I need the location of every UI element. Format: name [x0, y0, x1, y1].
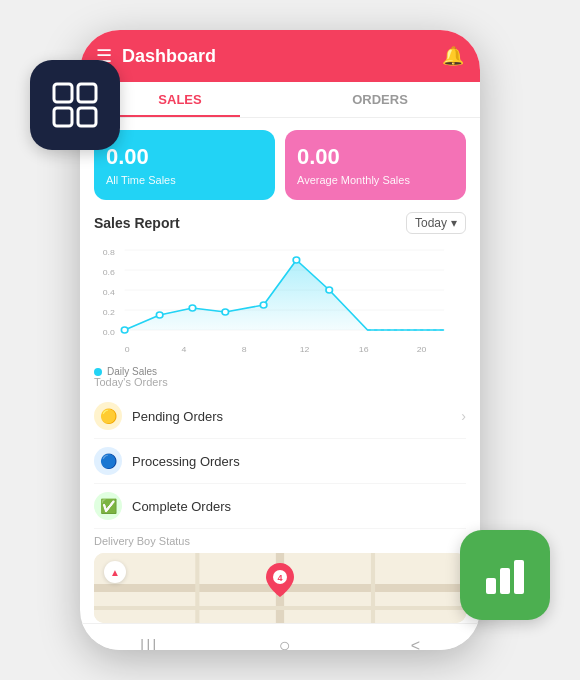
tab-orders[interactable]: ORDERS [280, 82, 480, 117]
map-container: ▲ 4 [94, 553, 466, 623]
bottom-nav: ||| ○ < [80, 623, 480, 650]
phone-frame: ☰ Dashboard 🔔 SALES ORDERS 0.00 All Time… [80, 30, 480, 650]
svg-text:4: 4 [182, 344, 187, 354]
legend-label: Daily Sales [107, 366, 157, 377]
order-item-pending[interactable]: 🟡 Pending Orders › [94, 394, 466, 439]
grid-icon [50, 80, 100, 130]
svg-rect-4 [486, 578, 496, 594]
orders-section: Today's Orders 🟡 Pending Orders › 🔵 Proc… [80, 370, 480, 529]
period-selector[interactable]: Today ▾ [406, 212, 466, 234]
pending-label: Pending Orders [132, 409, 223, 424]
svg-text:0.0: 0.0 [103, 327, 116, 337]
order-item-processing[interactable]: 🔵 Processing Orders [94, 439, 466, 484]
nav-lines-icon[interactable]: ||| [140, 637, 158, 651]
order-item-complete[interactable]: ✅ Complete Orders [94, 484, 466, 529]
stat-card-monthly: 0.00 Average Monthly Sales [285, 130, 466, 200]
svg-text:0.6: 0.6 [103, 267, 116, 277]
app-icon-chart[interactable] [460, 530, 550, 620]
svg-rect-2 [54, 108, 72, 126]
svg-text:4: 4 [277, 573, 282, 583]
svg-rect-0 [54, 84, 72, 102]
svg-text:0.8: 0.8 [103, 247, 116, 257]
chevron-down-icon: ▾ [451, 216, 457, 230]
svg-text:20: 20 [417, 344, 427, 354]
svg-text:16: 16 [359, 344, 369, 354]
stat-value-alltime: 0.00 [106, 144, 263, 170]
pending-icon: 🟡 [94, 402, 122, 430]
delivery-section-label: Delivery Boy Status [94, 535, 466, 547]
svg-rect-6 [514, 560, 524, 594]
bell-icon[interactable]: 🔔 [442, 45, 464, 67]
nav-back-icon[interactable]: < [411, 637, 420, 651]
processing-icon: 🔵 [94, 447, 122, 475]
svg-rect-5 [500, 568, 510, 594]
app-header: ☰ Dashboard 🔔 [80, 30, 480, 82]
sales-report-title: Sales Report [94, 215, 180, 231]
app-icon-grid[interactable] [30, 60, 120, 150]
svg-text:0.2: 0.2 [103, 307, 116, 317]
sales-header: Sales Report Today ▾ [94, 212, 466, 234]
svg-point-27 [260, 302, 267, 308]
map-pin: 4 [266, 563, 294, 601]
stat-label-alltime: All Time Sales [106, 174, 263, 186]
legend-dot [94, 368, 102, 376]
orders-section-label: Today's Orders [94, 376, 466, 388]
stat-value-monthly: 0.00 [297, 144, 454, 170]
tab-bar: SALES ORDERS [80, 82, 480, 118]
svg-point-29 [326, 287, 333, 293]
delivery-section: Delivery Boy Status ▲ [80, 529, 480, 623]
complete-icon: ✅ [94, 492, 122, 520]
stat-card-alltime: 0.00 All Time Sales [94, 130, 275, 200]
svg-point-28 [293, 257, 300, 263]
sales-section: Sales Report Today ▾ 0.8 0.6 0.4 0.2 0.0 [80, 212, 480, 370]
sales-chart: 0.8 0.6 0.4 0.2 0.0 0 4 8 12 16 20 [94, 240, 466, 370]
svg-text:12: 12 [300, 344, 310, 354]
svg-rect-3 [78, 108, 96, 126]
line-chart-svg: 0.8 0.6 0.4 0.2 0.0 0 4 8 12 16 20 [94, 240, 466, 360]
svg-rect-1 [78, 84, 96, 102]
nav-home-icon[interactable]: ○ [279, 634, 291, 650]
svg-point-23 [121, 327, 128, 333]
complete-label: Complete Orders [132, 499, 231, 514]
stat-label-monthly: Average Monthly Sales [297, 174, 454, 186]
svg-point-24 [156, 312, 163, 318]
map-compass: ▲ [104, 561, 126, 583]
stats-row: 0.00 All Time Sales 0.00 Average Monthly… [80, 118, 480, 212]
chart-legend: Daily Sales [94, 366, 466, 377]
svg-point-25 [189, 305, 196, 311]
header-title: Dashboard [122, 46, 216, 67]
processing-label: Processing Orders [132, 454, 240, 469]
bar-chart-icon [480, 550, 530, 600]
svg-text:0.4: 0.4 [103, 287, 116, 297]
svg-point-26 [222, 309, 229, 315]
scene: ☰ Dashboard 🔔 SALES ORDERS 0.00 All Time… [0, 0, 580, 680]
svg-text:8: 8 [242, 344, 247, 354]
chevron-right-icon: › [461, 408, 466, 424]
svg-text:0: 0 [125, 344, 130, 354]
